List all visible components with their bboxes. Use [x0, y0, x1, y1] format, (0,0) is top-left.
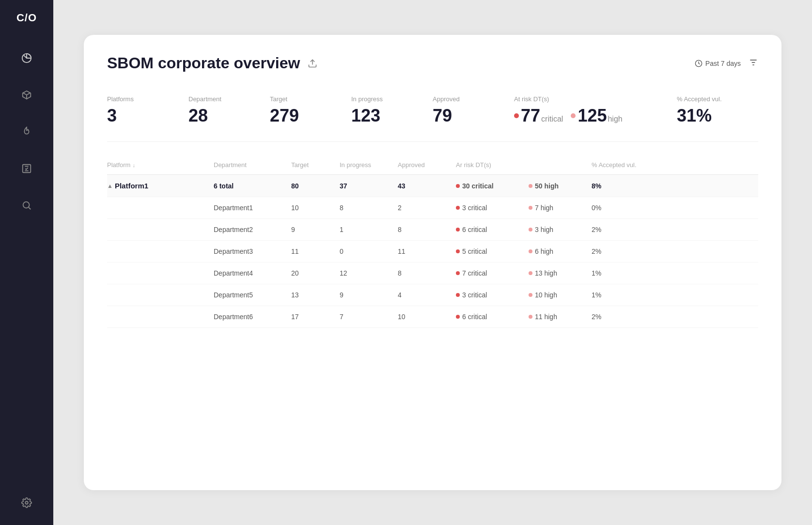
dept5-high: 10 high	[529, 291, 592, 299]
dept1-target: 10	[291, 204, 340, 212]
stat-at-risk-value: 77 critical 125 high	[514, 106, 677, 126]
platform1-high: 50 high	[529, 182, 592, 190]
stat-platforms-label: Platforms	[107, 95, 188, 103]
dept2-name: Department2	[214, 226, 291, 233]
sidebar-item-dashboard[interactable]	[16, 47, 37, 69]
stat-accepted-vul-value: 31%	[677, 106, 758, 126]
sort-down-icon: ↓	[132, 162, 135, 168]
export-icon	[308, 59, 317, 68]
gear-icon	[21, 497, 32, 508]
sliders-icon	[749, 58, 758, 67]
stat-target: Target 279	[270, 95, 351, 126]
dept6-name: Department6	[214, 313, 291, 321]
th-ar-risk2	[529, 161, 592, 169]
sidebar-item-tasks[interactable]	[16, 158, 37, 179]
platform1-in-progress: 37	[340, 182, 398, 190]
app-logo: C/O	[16, 12, 37, 24]
stat-in-progress-label: In progress	[351, 95, 433, 103]
dept5-accepted: 1%	[592, 291, 659, 299]
table-row-dept4: Department4 20 12 8 7 critical 13 high	[107, 262, 758, 284]
th-approved: Approved	[398, 161, 456, 169]
high-indicator	[529, 184, 532, 188]
time-filter-button[interactable]: Past 7 days	[695, 60, 741, 67]
dept4-high: 13 high	[529, 269, 592, 277]
dept1-name: Department1	[214, 204, 291, 212]
dept1-accepted: 0%	[592, 204, 659, 212]
th-department: Department	[214, 161, 291, 169]
th-ar-risk: Ar risk DT(s)	[456, 161, 529, 169]
dept6-approved: 10	[398, 313, 456, 321]
dept3-high: 6 high	[529, 247, 592, 255]
time-filter-label: Past 7 days	[705, 60, 741, 67]
stat-at-risk-label: At risk DT(s)	[514, 95, 677, 103]
dept3-accepted: 2%	[592, 247, 659, 255]
stats-row: Platforms 3 Department 28 Target 279 In …	[107, 95, 758, 142]
export-button[interactable]	[308, 59, 317, 68]
dept6-high: 11 high	[529, 313, 592, 321]
dept2-high: 3 high	[529, 226, 592, 233]
th-target: Target	[291, 161, 340, 169]
sidebar-item-settings[interactable]	[16, 492, 37, 513]
dept4-in-progress: 12	[340, 269, 398, 277]
stat-target-label: Target	[270, 95, 351, 103]
table-row-dept2: Department2 9 1 8 6 critical 3 high 2%	[107, 219, 758, 241]
dept6-in-progress: 7	[340, 313, 398, 321]
cube-icon	[21, 90, 32, 100]
dept5-in-progress: 9	[340, 291, 398, 299]
dept5-critical: 3 critical	[456, 291, 529, 299]
dept6-target: 17	[291, 313, 340, 321]
stat-approved-label: Approved	[433, 95, 514, 103]
stat-target-value: 279	[270, 106, 351, 126]
card-header: SBOM corporate overview Past 7 days	[107, 54, 758, 72]
dept2-critical: 6 critical	[456, 226, 529, 233]
stat-in-progress-value: 123	[351, 106, 433, 126]
dept3-in-progress: 0	[340, 247, 398, 255]
sidebar-item-search[interactable]	[16, 195, 37, 216]
dept1-critical: 3 critical	[456, 204, 529, 212]
dept1-approved: 2	[398, 204, 456, 212]
stat-in-progress: In progress 123	[351, 95, 433, 126]
svg-point-7	[25, 501, 28, 504]
stat-department: Department 28	[188, 95, 270, 126]
table-row-dept5: Department5 13 9 4 3 critical 10 high	[107, 284, 758, 306]
dept1-in-progress: 8	[340, 204, 398, 212]
dept2-target: 9	[291, 226, 340, 233]
critical-indicator	[456, 184, 460, 188]
stat-platforms: Platforms 3	[107, 95, 188, 126]
sidebar-item-inventory[interactable]	[16, 84, 37, 106]
sidebar-item-vulnerabilities[interactable]	[16, 121, 37, 142]
page-title: SBOM corporate overview	[107, 54, 300, 72]
table-row-dept3: Department3 11 0 11 5 critical 6 high	[107, 241, 758, 262]
th-in-progress: In progress	[340, 161, 398, 169]
dept3-approved: 11	[398, 247, 456, 255]
stat-accepted-vul: % Accepted vul. 31%	[677, 95, 758, 126]
dept2-approved: 8	[398, 226, 456, 233]
stat-approved-value: 79	[433, 106, 514, 126]
header-controls: Past 7 days	[695, 58, 758, 69]
dept6-accepted: 2%	[592, 313, 659, 321]
dept4-accepted: 1%	[592, 269, 659, 277]
dept6-critical: 6 critical	[456, 313, 529, 321]
stat-department-value: 28	[188, 106, 270, 126]
platform1-name: ▲ Platform1	[107, 182, 214, 190]
fire-icon	[21, 126, 32, 137]
data-table: Platform ↓ Department Target In progress…	[107, 161, 758, 328]
svg-line-6	[29, 207, 31, 209]
main-content: SBOM corporate overview Past 7 days	[53, 0, 812, 525]
critical-dot	[514, 113, 519, 118]
filter-button[interactable]	[749, 58, 758, 69]
platform1-department: 6 total	[214, 182, 291, 190]
table-header: Platform ↓ Department Target In progress…	[107, 161, 758, 175]
platform1-approved: 43	[398, 182, 456, 190]
chart-pie-icon	[21, 53, 32, 63]
svg-point-5	[23, 202, 30, 208]
dept5-target: 13	[291, 291, 340, 299]
search-icon	[21, 200, 32, 211]
th-accepted-vul: % Accepted vul.	[592, 161, 659, 169]
dept4-name: Department4	[214, 269, 291, 277]
chevron-up-icon: ▲	[107, 183, 113, 189]
dept4-approved: 8	[398, 269, 456, 277]
dept5-approved: 4	[398, 291, 456, 299]
table-row-platform1[interactable]: ▲ Platform1 6 total 80 37 43 30 critical	[107, 175, 758, 197]
th-platform[interactable]: Platform ↓	[107, 161, 214, 169]
